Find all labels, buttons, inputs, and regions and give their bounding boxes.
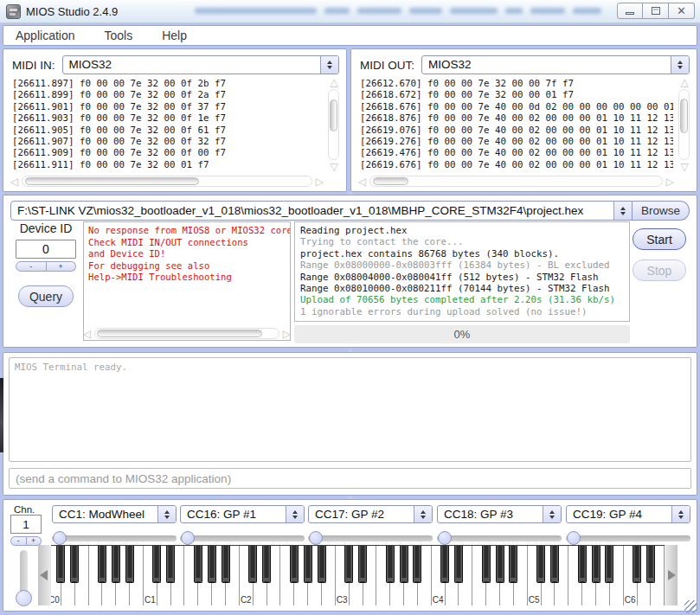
black-key[interactable] bbox=[646, 546, 655, 583]
query-button[interactable]: Query bbox=[18, 285, 74, 307]
black-key[interactable] bbox=[536, 546, 545, 583]
splitter-handle[interactable] bbox=[344, 191, 356, 195]
scroll-left-icon[interactable]: ◁ bbox=[10, 176, 18, 188]
scroll-thumb[interactable] bbox=[330, 99, 337, 131]
cc16-slider[interactable] bbox=[180, 531, 305, 545]
scroll-thumb[interactable] bbox=[97, 330, 262, 337]
midi-out-vscrollbar[interactable]: △ ▽ bbox=[677, 77, 692, 172]
black-key[interactable] bbox=[482, 546, 491, 583]
black-key[interactable] bbox=[248, 546, 257, 583]
black-key[interactable] bbox=[358, 546, 367, 583]
midi-in-select[interactable]: MIOS32 bbox=[62, 55, 340, 74]
combo-arrows-icon[interactable] bbox=[320, 56, 338, 74]
black-key[interactable] bbox=[290, 546, 299, 583]
start-button[interactable]: Start bbox=[633, 228, 686, 250]
combo-arrows-icon[interactable] bbox=[414, 506, 432, 522]
scroll-thumb[interactable] bbox=[680, 99, 688, 133]
octave-up-button[interactable] bbox=[665, 545, 678, 605]
menu-help[interactable]: Help bbox=[162, 29, 187, 42]
device-id-field[interactable] bbox=[16, 240, 76, 259]
black-key[interactable] bbox=[166, 546, 175, 583]
query-status-hscrollbar[interactable]: ◁ ▷ bbox=[83, 327, 291, 341]
piano-keyboard[interactable]: C0C1C2C3C4C5C6 bbox=[48, 545, 666, 605]
black-key[interactable] bbox=[262, 546, 271, 583]
cc1-select[interactable]: CC1: ModWheel bbox=[52, 505, 177, 523]
black-key[interactable] bbox=[304, 546, 312, 583]
scroll-thumb[interactable] bbox=[373, 177, 408, 185]
black-key[interactable] bbox=[605, 546, 613, 583]
device-id-decrement-button[interactable]: - bbox=[16, 261, 47, 272]
scroll-left-icon[interactable]: ◁ bbox=[358, 176, 366, 188]
pitchbend-knob[interactable] bbox=[16, 590, 32, 606]
black-key[interactable] bbox=[633, 546, 641, 583]
cc17-slider[interactable] bbox=[308, 531, 433, 545]
hex-file-select[interactable]: F:\ST-LINK VZ\mios32_bootloader_v1_018\m… bbox=[10, 201, 633, 221]
scroll-up-icon[interactable]: △ bbox=[677, 77, 692, 87]
black-key[interactable] bbox=[400, 546, 408, 583]
slider-knob[interactable] bbox=[309, 531, 323, 545]
black-key[interactable] bbox=[550, 546, 559, 583]
scroll-right-icon[interactable]: ▷ bbox=[666, 176, 674, 188]
black-key[interactable] bbox=[70, 546, 79, 583]
cc16-select[interactable]: CC16: GP #1 bbox=[180, 505, 305, 523]
channel-field[interactable] bbox=[10, 515, 42, 534]
slider-knob[interactable] bbox=[567, 531, 581, 545]
combo-arrows-icon[interactable] bbox=[613, 202, 632, 220]
cc17-select[interactable]: CC17: GP #2 bbox=[308, 505, 433, 523]
cc18-slider[interactable] bbox=[437, 531, 562, 545]
combo-arrows-icon[interactable] bbox=[157, 506, 176, 522]
midi-in-vscrollbar[interactable]: △ ▽ bbox=[326, 77, 342, 172]
black-key[interactable] bbox=[413, 546, 421, 583]
black-key[interactable] bbox=[208, 546, 216, 583]
black-key[interactable] bbox=[440, 546, 449, 583]
black-key[interactable] bbox=[125, 546, 134, 583]
black-key[interactable] bbox=[194, 546, 202, 583]
cc1-slider[interactable] bbox=[52, 531, 177, 545]
black-key[interactable] bbox=[344, 546, 353, 583]
combo-arrows-icon[interactable] bbox=[671, 506, 690, 522]
black-key[interactable] bbox=[112, 546, 120, 583]
device-id-increment-button[interactable]: + bbox=[47, 261, 77, 272]
slider-knob[interactable] bbox=[181, 531, 195, 545]
octave-down-button[interactable] bbox=[38, 545, 51, 605]
maximize-button[interactable] bbox=[643, 3, 669, 19]
menu-tools[interactable]: Tools bbox=[105, 29, 133, 42]
black-key[interactable] bbox=[222, 546, 230, 583]
channel-decrement-button[interactable]: - bbox=[10, 536, 27, 546]
splitter-handle[interactable] bbox=[344, 496, 356, 499]
scroll-left-icon[interactable]: ◁ bbox=[83, 328, 91, 340]
terminal-command-input[interactable] bbox=[9, 468, 691, 489]
combo-arrows-icon[interactable] bbox=[286, 506, 304, 522]
scroll-down-icon[interactable]: ▽ bbox=[677, 162, 692, 172]
black-key[interactable] bbox=[496, 546, 504, 583]
midi-out-select[interactable]: MIOS32 bbox=[421, 55, 690, 74]
scroll-up-icon[interactable]: △ bbox=[326, 77, 342, 87]
window-resize-grip[interactable] bbox=[684, 600, 697, 613]
cc18-select[interactable]: CC18: GP #3 bbox=[437, 505, 562, 523]
black-key[interactable] bbox=[56, 546, 65, 583]
cc19-select[interactable]: CC19: GP #4 bbox=[566, 505, 690, 523]
black-key[interactable] bbox=[152, 546, 161, 583]
splitter-handle[interactable] bbox=[344, 349, 356, 352]
black-key[interactable] bbox=[386, 546, 395, 583]
black-key[interactable] bbox=[454, 546, 463, 583]
black-key[interactable] bbox=[592, 546, 600, 583]
menu-application[interactable]: Application bbox=[16, 29, 75, 42]
black-key[interactable] bbox=[98, 546, 106, 583]
scroll-right-icon[interactable]: ▷ bbox=[283, 328, 291, 340]
minimize-button[interactable] bbox=[617, 3, 643, 19]
cc19-slider[interactable] bbox=[566, 531, 690, 545]
midi-in-hscrollbar[interactable]: ◁ ▷ bbox=[10, 175, 324, 189]
black-key[interactable] bbox=[318, 546, 326, 583]
stop-button[interactable]: Stop bbox=[633, 259, 686, 281]
scroll-thumb[interactable] bbox=[25, 177, 198, 185]
scroll-right-icon[interactable]: ▷ bbox=[316, 176, 324, 188]
scroll-down-icon[interactable]: ▽ bbox=[326, 162, 342, 172]
combo-arrows-icon[interactable] bbox=[543, 506, 561, 522]
black-key[interactable] bbox=[509, 546, 517, 583]
slider-knob[interactable] bbox=[438, 531, 452, 545]
combo-arrows-icon[interactable] bbox=[671, 56, 689, 74]
slider-knob[interactable] bbox=[53, 531, 67, 545]
black-key[interactable] bbox=[578, 546, 587, 583]
browse-button[interactable]: Browse bbox=[633, 201, 690, 221]
